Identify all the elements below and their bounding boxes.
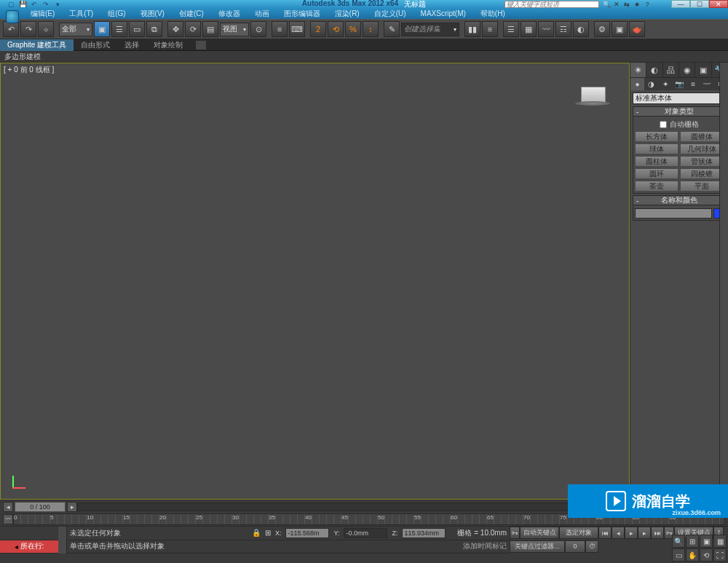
y-coord-field[interactable]: -0.0mm bbox=[344, 528, 387, 538]
named-sel-edit-icon[interactable]: ✎ bbox=[384, 21, 400, 37]
menu-animation[interactable]: 动画 bbox=[248, 9, 277, 19]
maxscript-mini-listener[interactable] bbox=[58, 527, 67, 554]
maximize-viewport-icon[interactable]: ⛶ bbox=[713, 548, 727, 562]
zoom-extents-icon[interactable]: ▣ bbox=[700, 535, 713, 548]
goto-end-icon[interactable]: ⏭ bbox=[651, 527, 664, 539]
favorites-icon[interactable]: ★ bbox=[633, 1, 641, 8]
window-crossing-icon[interactable]: ⧉ bbox=[146, 21, 162, 37]
viewport-label[interactable]: [ + 0 前 0 线框 ] bbox=[4, 65, 54, 75]
display-tab-icon[interactable]: ▣ bbox=[695, 63, 711, 77]
menu-help[interactable]: 帮助(H) bbox=[473, 9, 513, 19]
graphite-tab-paint[interactable]: 对象绘制 bbox=[146, 39, 190, 51]
qat-undo-icon[interactable]: ↶ bbox=[29, 1, 39, 8]
menu-views[interactable]: 视图(V) bbox=[133, 9, 172, 19]
zoom-all-icon[interactable]: ⊞ bbox=[686, 535, 699, 548]
window-maximize-button[interactable]: ☐ bbox=[690, 0, 709, 8]
snap-percent-icon[interactable]: % bbox=[345, 21, 361, 37]
hierarchy-tab-icon[interactable]: 品 bbox=[663, 63, 679, 77]
qat-dropdown-icon[interactable]: ▾ bbox=[52, 1, 63, 8]
select-object-icon[interactable]: ▣ bbox=[94, 21, 110, 37]
sphere-button[interactable]: 球体 bbox=[635, 143, 678, 154]
absolute-mode-icon[interactable]: ⊞ bbox=[265, 529, 271, 537]
cameras-icon[interactable]: 📷 bbox=[672, 78, 686, 90]
time-slider-next-icon[interactable]: ▸ bbox=[67, 502, 77, 512]
pyramid-button[interactable]: 四棱锥 bbox=[680, 168, 724, 179]
auto-grid-checkbox[interactable]: 自动栅格 bbox=[635, 118, 724, 131]
select-scale-icon[interactable]: ▤ bbox=[202, 21, 218, 37]
pan-icon[interactable]: ✋ bbox=[686, 548, 699, 562]
align-icon[interactable]: ≡ bbox=[482, 21, 498, 37]
qat-new-icon[interactable]: ▢ bbox=[6, 1, 16, 8]
time-slider-handle[interactable]: 0 / 100 bbox=[15, 502, 66, 512]
graphite-toggle-icon[interactable]: ▦ bbox=[521, 21, 537, 37]
object-name-input[interactable] bbox=[635, 208, 712, 218]
select-rotate-icon[interactable]: ⟳ bbox=[185, 21, 201, 37]
helpers-icon[interactable]: ≡ bbox=[687, 78, 700, 90]
current-frame-field[interactable]: 0 bbox=[565, 540, 585, 553]
lights-icon[interactable]: ✦ bbox=[658, 78, 672, 90]
schematic-icon[interactable]: ☶ bbox=[555, 21, 571, 37]
application-icon[interactable] bbox=[6, 10, 19, 23]
pivot-icon[interactable]: ⊙ bbox=[250, 21, 266, 37]
key-lock-icon[interactable]: 🗝 bbox=[510, 527, 520, 539]
render-setup-icon[interactable]: ⚙ bbox=[594, 21, 610, 37]
layers-icon[interactable]: ☰ bbox=[503, 21, 519, 37]
selection-filter-combo[interactable]: 全部▾ bbox=[59, 23, 92, 36]
viewport-front[interactable]: [ + 0 前 0 线框 ] bbox=[0, 63, 630, 500]
window-close-button[interactable]: ✕ bbox=[709, 0, 728, 8]
exchange-icon[interactable]: ⇆ bbox=[622, 1, 631, 8]
subscription-icon[interactable]: ✕ bbox=[612, 1, 621, 8]
material-editor-icon[interactable]: ◐ bbox=[573, 21, 589, 37]
auto-key-button[interactable]: 自动关键点 bbox=[520, 527, 559, 539]
menu-maxscript[interactable]: MAXScript(M) bbox=[414, 9, 473, 17]
keyboard-shortcut-icon[interactable]: ⌨ bbox=[289, 21, 305, 37]
redo-icon[interactable]: ↷ bbox=[20, 21, 36, 37]
render-icon[interactable]: 🫖 bbox=[629, 21, 645, 37]
add-time-tag[interactable]: 添加时间标记 bbox=[463, 541, 507, 551]
ref-coord-combo[interactable]: 视图▾ bbox=[220, 23, 249, 36]
menu-rendering[interactable]: 渲染(R) bbox=[328, 9, 367, 19]
menu-grapheditors[interactable]: 图形编辑器 bbox=[277, 9, 328, 19]
menu-customize[interactable]: 自定义(U) bbox=[367, 9, 414, 19]
time-slider-prev-icon[interactable]: ◂ bbox=[3, 502, 13, 512]
motion-tab-icon[interactable]: ◉ bbox=[679, 63, 695, 77]
key-filters-button[interactable]: 关键点过滤器... bbox=[510, 540, 565, 553]
select-by-name-icon[interactable]: ☰ bbox=[111, 21, 127, 37]
help-icon[interactable]: ? bbox=[643, 1, 652, 8]
torus-button[interactable]: 圆环 bbox=[635, 168, 678, 179]
qat-save-icon[interactable]: 💾 bbox=[17, 1, 28, 8]
time-config-icon[interactable]: ⏱ bbox=[585, 540, 598, 553]
ribbon-collapse-icon[interactable] bbox=[196, 41, 206, 50]
orbit-icon[interactable]: ⟲ bbox=[700, 548, 713, 562]
z-coord-field[interactable]: 115.934mm bbox=[402, 528, 446, 538]
shapes-icon[interactable]: ◑ bbox=[644, 78, 658, 90]
teapot-button[interactable]: 茶壶 bbox=[635, 181, 678, 192]
mirror-icon[interactable]: ▮▮ bbox=[464, 21, 480, 37]
qat-redo-icon[interactable]: ↷ bbox=[41, 1, 51, 8]
lock-selection-icon[interactable]: 🔒 bbox=[252, 529, 261, 537]
selected-only-button[interactable]: 选定对象 bbox=[559, 527, 598, 539]
create-tab-icon[interactable]: ✳ bbox=[630, 63, 646, 77]
x-coord-field[interactable]: -115.568m bbox=[285, 528, 329, 538]
poly-model-bar[interactable]: 多边形建模 bbox=[0, 51, 728, 63]
graphite-tab-selection[interactable]: 选择 bbox=[117, 39, 146, 51]
prev-frame-icon[interactable]: ◂ bbox=[612, 527, 625, 539]
cone-button[interactable]: 圆锥体 bbox=[680, 131, 724, 142]
search-icon[interactable]: 🔍 bbox=[602, 1, 611, 8]
snap-2d-icon[interactable]: 2 bbox=[310, 21, 326, 37]
graphite-tab-freeform[interactable]: 自由形式 bbox=[74, 39, 117, 51]
graphite-tab-modeling[interactable]: Graphite 建模工具 bbox=[0, 39, 74, 51]
snap-angle-icon[interactable]: ⟲ bbox=[328, 21, 344, 37]
curve-editor-icon[interactable]: 〰 bbox=[538, 21, 554, 37]
plane-button[interactable]: 平面 bbox=[680, 181, 724, 192]
fov-icon[interactable]: ▭ bbox=[672, 548, 685, 562]
object-type-rollout-header[interactable]: -对象类型 bbox=[633, 106, 726, 117]
menu-tools[interactable]: 工具(T) bbox=[62, 9, 100, 19]
named-sel-combo[interactable]: 创建选择集▾ bbox=[401, 23, 459, 36]
undo-icon[interactable]: ↶ bbox=[3, 21, 19, 37]
geometry-icon[interactable]: ● bbox=[630, 78, 644, 90]
modify-tab-icon[interactable]: ◐ bbox=[646, 63, 662, 77]
geosphere-button[interactable]: 几何球体 bbox=[680, 143, 724, 154]
zoom-icon[interactable]: 🔍 bbox=[672, 535, 685, 548]
select-move-icon[interactable]: ✥ bbox=[167, 21, 183, 37]
